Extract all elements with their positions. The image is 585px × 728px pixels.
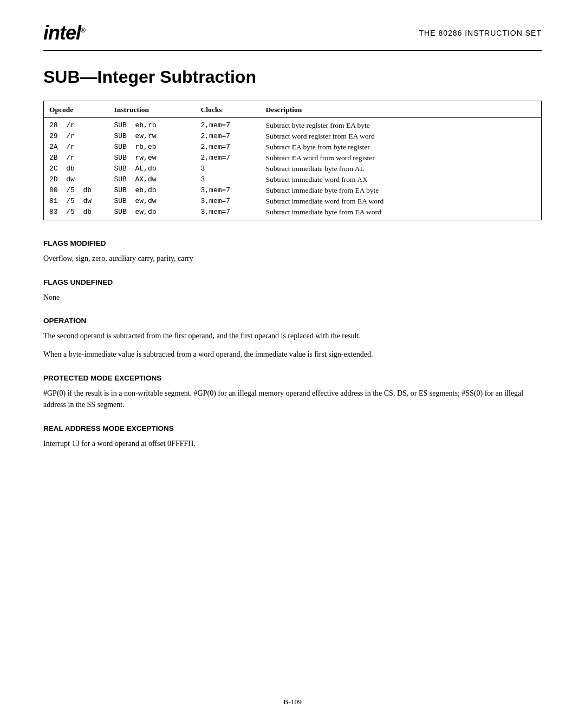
section-flags-modified: FLAGS MODIFIED Overflow, sign, zero, aux… [43, 239, 542, 265]
cell-description: Subtract immediate byte from EA byte [261, 185, 542, 196]
cell-instruction: SUB eb,rb [109, 118, 196, 132]
cell-clocks: 3,mem=7 [196, 196, 261, 207]
col-header-opcode: Opcode [44, 101, 109, 118]
cell-opcode: 28 /r [44, 118, 109, 132]
cell-instruction: SUB ew,dw [109, 196, 196, 207]
cell-instruction: SUB AL,db [109, 163, 196, 174]
col-header-instruction: Instruction [109, 101, 196, 118]
section-flags-undefined: FLAGS UNDEFINED None [43, 278, 542, 304]
operation-body1: The second operand is subtracted from th… [43, 330, 542, 342]
cell-description: Subtract EA word from word register [261, 153, 542, 163]
cell-opcode: 2B /r [44, 153, 109, 163]
table-row: 29 /r SUB ew,rw2,mem=7Subtract word regi… [44, 131, 542, 142]
flags-modified-title: FLAGS MODIFIED [43, 239, 542, 247]
cell-opcode: 80 /5 db [44, 185, 109, 196]
footer: B-109 [0, 698, 585, 706]
cell-clocks: 2,mem=7 [196, 153, 261, 163]
table-row: 2D dw SUB AX,dw3Subtract immediate word … [44, 174, 542, 185]
cell-description: Subtract immediate byte from EA word [261, 207, 542, 220]
logo-registered: ® [81, 27, 85, 34]
cell-clocks: 3 [196, 163, 261, 174]
logo-e: e [66, 22, 76, 44]
cell-description: Subtract EA byte from byte register [261, 142, 542, 153]
flags-modified-body: Overflow, sign, zero, auxiliary carry, p… [43, 253, 542, 265]
cell-opcode: 2D dw [44, 174, 109, 185]
section-protected-mode: PROTECTED MODE EXCEPTIONS #GP(0) if the … [43, 374, 542, 411]
cell-opcode: 2A /r [44, 142, 109, 153]
cell-description: Subtract word register from EA word [261, 131, 542, 142]
page-number: B-109 [283, 698, 302, 706]
operation-body2: When a byte-immediate value is subtracte… [43, 349, 542, 360]
col-header-clocks: Clocks [196, 101, 261, 118]
flags-undefined-body: None [43, 292, 542, 304]
operation-title: OPERATION [43, 317, 542, 325]
cell-clocks: 2,mem=7 [196, 118, 261, 132]
cell-description: Subtract immediate byte from AL [261, 163, 542, 174]
flags-undefined-title: FLAGS UNDEFINED [43, 278, 542, 286]
cell-opcode: 81 /5 dw [44, 196, 109, 207]
table-row: 2B /r SUB rw,ew2,mem=7Subtract EA word f… [44, 153, 542, 163]
col-header-description: Description [261, 101, 542, 118]
cell-opcode: 83 /5 db [44, 207, 109, 220]
cell-instruction: SUB rw,ew [109, 153, 196, 163]
cell-opcode: 2C db [44, 163, 109, 174]
section-operation: OPERATION The second operand is subtract… [43, 317, 542, 360]
logo-text-l: l [76, 22, 81, 44]
page-title: SUB—Integer Subtraction [43, 67, 542, 87]
protected-mode-title: PROTECTED MODE EXCEPTIONS [43, 374, 542, 382]
table-row: 81 /5 dwSUB ew,dw3,mem=7Subtract immedia… [44, 196, 542, 207]
header-title: THE 80286 INSTRUCTION SET [419, 29, 542, 37]
table-row: 80 /5 dbSUB eb,db3,mem=7Subtract immedia… [44, 185, 542, 196]
table-row: 28 /r SUB eb,rb2,mem=7Subtract byte regi… [44, 118, 542, 132]
instruction-table: Opcode Instruction Clocks Description 28… [43, 101, 542, 220]
intel-logo: intel® [43, 22, 85, 44]
section-real-address: REAL ADDRESS MODE EXCEPTIONS Interrupt 1… [43, 424, 542, 450]
page: intel® THE 80286 INSTRUCTION SET SUB—Int… [0, 0, 585, 728]
real-address-body: Interrupt 13 for a word operand at offse… [43, 438, 542, 450]
cell-description: Subtract byte register from EA byte [261, 118, 542, 132]
cell-instruction: SUB ew,rw [109, 131, 196, 142]
protected-mode-body: #GP(0) if the result is in a non-writabl… [43, 388, 542, 411]
cell-instruction: SUB rb,eb [109, 142, 196, 153]
cell-clocks: 2,mem=7 [196, 142, 261, 153]
logo-text-int: int [43, 22, 66, 44]
cell-clocks: 3 [196, 174, 261, 185]
cell-instruction: SUB ew,db [109, 207, 196, 220]
table-row: 83 /5 dbSUB ew,db3,mem=7Subtract immedia… [44, 207, 542, 220]
cell-description: Subtract immediate word from AX [261, 174, 542, 185]
header: intel® THE 80286 INSTRUCTION SET [43, 22, 542, 51]
table-row: 2C db SUB AL,db3Subtract immediate byte … [44, 163, 542, 174]
cell-clocks: 3,mem=7 [196, 185, 261, 196]
table-header-row: Opcode Instruction Clocks Description [44, 101, 542, 118]
cell-instruction: SUB AX,dw [109, 174, 196, 185]
cell-opcode: 29 /r [44, 131, 109, 142]
cell-description: Subtract immediate word from EA word [261, 196, 542, 207]
cell-clocks: 3,mem=7 [196, 207, 261, 220]
cell-clocks: 2,mem=7 [196, 131, 261, 142]
table-row: 2A /r SUB rb,eb2,mem=7Subtract EA byte f… [44, 142, 542, 153]
cell-instruction: SUB eb,db [109, 185, 196, 196]
real-address-title: REAL ADDRESS MODE EXCEPTIONS [43, 424, 542, 432]
